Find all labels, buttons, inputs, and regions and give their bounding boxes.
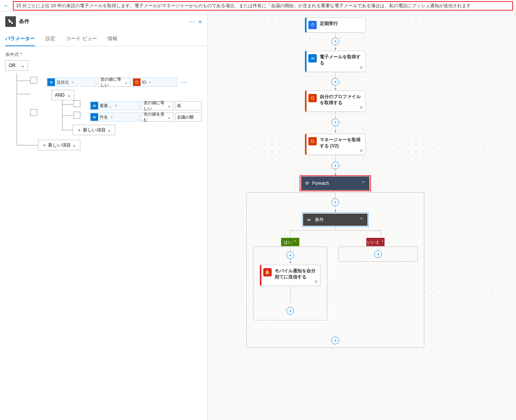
flow-title[interactable]: 15 分ごとに上位 10 件の未読の電子メールを取得します。電子メールがマネージ… bbox=[13, 1, 513, 11]
condition-editor-panel: 条件 ⋯ « パラメーター 設定 コード ビュー 情報 条件式 * OR⌄ bbox=[0, 12, 208, 420]
row-imp-value[interactable]: 高 bbox=[175, 101, 202, 110]
row-imp-checkbox[interactable] bbox=[73, 100, 80, 107]
svg-rect-0 bbox=[8, 19, 10, 21]
o365-icon: O bbox=[308, 137, 317, 145]
remove-token[interactable]: × bbox=[109, 115, 114, 119]
condition-icon bbox=[5, 16, 16, 27]
panel-collapse-button[interactable]: « bbox=[199, 18, 202, 25]
row-subj-value[interactable]: 会議の開 bbox=[175, 112, 202, 122]
node-getmail[interactable]: ✉ 電子メールを取得する ⊘ bbox=[305, 51, 366, 72]
tab-settings[interactable]: 設定 bbox=[45, 31, 55, 46]
panel-more-button[interactable]: ⋯ bbox=[189, 18, 195, 25]
row-subj-operator[interactable]: 次の値を含む⌄ bbox=[141, 112, 174, 122]
o365-icon: O bbox=[133, 78, 141, 86]
remove-token[interactable]: × bbox=[148, 80, 152, 84]
bell-icon: 🔔 bbox=[263, 268, 272, 276]
outlook-icon: ✉ bbox=[91, 102, 98, 109]
token-subject[interactable]: ✉ 件名 × bbox=[89, 112, 139, 122]
link-icon: ⊘ bbox=[360, 65, 363, 70]
tab-parameters[interactable]: パラメーター bbox=[5, 31, 35, 46]
expression-label: 条件式 * bbox=[5, 52, 202, 58]
add-step-4[interactable]: ＋ bbox=[331, 162, 339, 169]
svg-rect-1 bbox=[11, 22, 13, 24]
node-foreach[interactable]: ⟳ Foreach ⌃ bbox=[301, 176, 369, 190]
remove-token[interactable]: × bbox=[114, 104, 118, 108]
row1-more[interactable]: ⋯ bbox=[179, 79, 187, 86]
tab-code-view[interactable]: コード ビュー bbox=[66, 31, 97, 46]
add-step-no[interactable]: ＋ bbox=[374, 250, 382, 258]
add-step-2[interactable]: ＋ bbox=[331, 78, 339, 86]
link-icon: ⊘ bbox=[314, 279, 318, 284]
or-add-item[interactable]: ＋新しい項目⌄ bbox=[38, 140, 80, 150]
link-icon: ⊘ bbox=[360, 105, 363, 110]
chevron-up-icon: ⌃ bbox=[360, 217, 363, 222]
outlook-icon: ✉ bbox=[47, 78, 55, 86]
and-add-item[interactable]: ＋新しい項目⌄ bbox=[73, 125, 115, 135]
token-id[interactable]: O ID × bbox=[132, 78, 177, 87]
link-icon: ⊘ bbox=[360, 148, 363, 153]
add-step-foreach-top[interactable]: ＋ bbox=[331, 198, 339, 206]
loop-icon: ⟳ bbox=[305, 181, 309, 186]
outlook-icon: ✉ bbox=[91, 113, 98, 121]
row-imp-operator[interactable]: 次の値に等しい⌄ bbox=[141, 101, 174, 110]
clock-icon: ⏱ bbox=[308, 21, 317, 29]
token-from[interactable]: ✉ 送信元 × bbox=[46, 78, 96, 87]
o365-icon: O bbox=[308, 94, 317, 102]
condition-icon: ⫢ bbox=[307, 217, 312, 222]
token-importance[interactable]: ✉ 重要… × bbox=[89, 101, 139, 110]
add-step-yes-bottom[interactable]: ＋ bbox=[286, 307, 294, 315]
node-manager[interactable]: O マネージャーを取得する (V2) ⊘ bbox=[305, 134, 366, 155]
and-checkbox[interactable] bbox=[30, 109, 37, 116]
node-profile[interactable]: O 自分のプロファイルを取得する ⊘ bbox=[305, 91, 366, 112]
chevron-up-icon: ⌃ bbox=[361, 181, 365, 186]
outlook-icon: ✉ bbox=[308, 54, 317, 62]
row1-operator[interactable]: 次の値に等しい⌄ bbox=[98, 78, 130, 87]
node-notify[interactable]: 🔔 モバイル通知を自分宛てに送信する ⊘ bbox=[260, 265, 321, 286]
branch-no[interactable]: いいえ⌃ bbox=[366, 238, 385, 246]
node-condition[interactable]: ⫢ 条件 ⌃ bbox=[303, 214, 367, 226]
add-step-1[interactable]: ＋ bbox=[331, 37, 339, 45]
back-button[interactable]: ← bbox=[3, 2, 10, 10]
tab-info[interactable]: 情報 bbox=[108, 31, 117, 46]
add-step-yes-top[interactable]: ＋ bbox=[286, 251, 294, 259]
branch-yes[interactable]: はい⌃ bbox=[281, 238, 299, 246]
panel-title: 条件 bbox=[19, 18, 186, 25]
add-step-3[interactable]: ＋ bbox=[331, 119, 339, 126]
add-step-foreach-bottom[interactable]: ＋ bbox=[331, 337, 339, 344]
remove-token[interactable]: × bbox=[70, 80, 75, 84]
node-timer[interactable]: ⏱ 定期実行 bbox=[305, 17, 366, 33]
or-operator[interactable]: OR⌄ bbox=[5, 60, 28, 71]
row-subj-checkbox[interactable] bbox=[73, 112, 80, 119]
row1-checkbox[interactable] bbox=[30, 77, 37, 84]
flow-canvas[interactable]: ⏱ 定期実行 ＋ ▾ ✉ 電子メールを取得する ⊘ ＋ ▾ bbox=[208, 12, 516, 420]
and-operator[interactable]: AND⌄ bbox=[52, 90, 74, 100]
